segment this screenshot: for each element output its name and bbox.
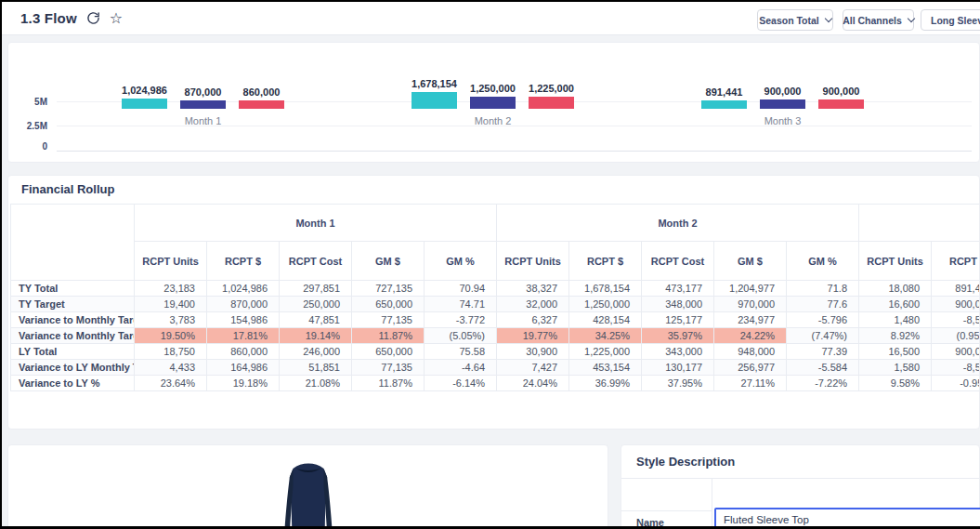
table-cell: 343,000	[642, 344, 714, 360]
y-axis-tick: 5M	[18, 97, 47, 107]
refresh-icon[interactable]	[86, 11, 100, 25]
table-cell: 1,580	[859, 360, 932, 376]
row-label: LY Total	[11, 344, 135, 360]
table-cell: 246,000	[280, 344, 352, 360]
table-cell: 23,183	[135, 281, 207, 297]
row-label: TY Total	[11, 281, 135, 297]
bar-ly-total[interactable]	[818, 99, 864, 109]
x-axis-category-label: Month 2	[412, 115, 574, 126]
table-cell: 77.6	[787, 297, 859, 312]
table-cell: 30,900	[497, 344, 569, 360]
table-cell: 650,000	[352, 344, 425, 360]
table-cell: 1,204,977	[714, 281, 787, 297]
filter-style-dropdown[interactable]: Long Sleeve K	[921, 9, 980, 31]
table-cell: 297,851	[280, 281, 352, 297]
row-label: Variance to Monthly Target %	[11, 328, 135, 344]
metric-column-header: GM %	[425, 242, 497, 281]
filter-style-label: Long Sleeve K	[931, 15, 980, 26]
bar-ty-total[interactable]	[701, 100, 747, 109]
table-cell: 75.58	[425, 344, 497, 360]
financial-table-wrap: Month 1Month 2Month 3RCPT UnitsRCPT $RCP…	[10, 204, 980, 391]
table-row: Variance to LY Monthly Total4,433164,986…	[11, 360, 980, 376]
x-axis-category-label: Month 1	[122, 115, 284, 126]
table-cell: 27.11%	[714, 376, 787, 391]
table-row: TY Total23,1831,024,986297,851727,13570.…	[11, 281, 980, 297]
table-cell: 164,986	[207, 360, 280, 376]
table-cell: -3.772	[425, 312, 497, 328]
table-cell: 19.14%	[280, 328, 352, 344]
filter-channel-dropdown[interactable]: All Channels	[843, 9, 914, 31]
table-cell: 18,750	[135, 344, 207, 360]
table-row: LY Total18,750860,000246,000650,00075.58…	[11, 344, 980, 360]
y-axis-tick: 0	[18, 141, 47, 152]
table-cell: 47,851	[280, 312, 352, 328]
table-cell: 38,327	[497, 281, 569, 297]
filter-season-dropdown[interactable]: Season Total	[757, 9, 833, 31]
x-axis-category-label: Month 3	[701, 115, 864, 126]
style-description-title: Style Description	[636, 455, 735, 469]
bar-value-label: 1,225,000	[529, 83, 574, 94]
table-cell: 16,500	[859, 344, 932, 360]
table-cell: -5.584	[787, 360, 859, 376]
product-image	[257, 456, 359, 529]
table-row: Variance to LY %23.64%19.18%21.08%11.87%…	[11, 376, 980, 391]
product-image-card	[7, 444, 608, 529]
metric-column-header: RCPT Cost	[280, 242, 352, 281]
table-cell: 74.71	[425, 297, 497, 312]
table-cell: 970,000	[714, 297, 787, 312]
table-cell: 6,327	[497, 312, 569, 328]
table-cell: 870,000	[207, 297, 280, 312]
bar-value-label: 1,250,000	[470, 83, 516, 94]
chevron-down-icon	[825, 15, 832, 22]
bar-ty-total[interactable]	[122, 99, 167, 109]
bar-ty-target[interactable]	[470, 97, 516, 109]
table-cell: 727,135	[352, 281, 425, 297]
table-cell: 428,154	[569, 312, 642, 328]
table-cell: 36.99%	[569, 376, 642, 391]
table-cell: 19,400	[135, 297, 207, 312]
bar-value-label: 870,000	[185, 86, 222, 98]
bar-ly-total[interactable]	[239, 100, 284, 109]
flow-chart-card: 5M 2.5M 0 1,024,986870,000860,000Month 1…	[7, 42, 980, 163]
table-cell: 900,000	[932, 297, 980, 312]
financial-table: Month 1Month 2Month 3RCPT UnitsRCPT $RCP…	[10, 204, 980, 391]
chart-group: 1,024,986870,000860,000Month 1	[122, 43, 284, 126]
table-cell: 37.95%	[642, 376, 714, 391]
bar-value-label: 1,678,154	[412, 78, 457, 89]
bar-ty-target[interactable]	[760, 99, 805, 109]
table-cell: 9.58%	[859, 376, 932, 391]
divider	[621, 478, 979, 479]
star-icon[interactable]: ☆	[110, 12, 123, 25]
metric-column-header: GM %	[787, 242, 859, 281]
table-row: TY Target19,400870,000250,000650,00074.7…	[11, 297, 980, 312]
table-cell: 650,000	[352, 297, 425, 312]
table-cell: -8,559	[932, 312, 980, 328]
bar-value-label: 860,000	[243, 86, 281, 98]
table-cell: 948,000	[714, 344, 787, 360]
table-cell: 348,000	[642, 297, 714, 312]
table-cell: 891,441	[932, 281, 980, 297]
table-cell: 34.25%	[569, 328, 642, 344]
table-cell: -6.14%	[425, 376, 497, 391]
bar-ly-total[interactable]	[529, 97, 574, 109]
table-cell: 35.97%	[642, 328, 714, 344]
name-input[interactable]	[714, 508, 980, 529]
bar-ty-total[interactable]	[412, 92, 457, 109]
bar-value-label: 1,024,986	[122, 85, 167, 96]
table-cell: 19.50%	[135, 328, 207, 344]
style-description-card: Style Description Name	[621, 444, 980, 529]
table-cell: 1,250,000	[569, 297, 642, 312]
table-cell: 77,135	[352, 312, 425, 328]
chart-group: 891,441900,000900,000Month 3	[701, 43, 864, 126]
table-cell: 130,177	[642, 360, 714, 376]
metric-column-header: RCPT Cost	[642, 242, 714, 281]
table-cell: 32,000	[497, 297, 569, 312]
table-cell: -0.95%	[932, 376, 980, 391]
table-cell: 21.08%	[280, 376, 352, 391]
chart-group: 1,678,1541,250,0001,225,000Month 2	[412, 43, 574, 126]
label-column-header	[11, 205, 135, 281]
table-cell: 900,000	[932, 344, 980, 360]
table-row: Variance to Monthly Target %19.50%17.81%…	[11, 328, 980, 344]
table-cell: 860,000	[207, 344, 280, 360]
bar-ty-target[interactable]	[180, 100, 226, 109]
